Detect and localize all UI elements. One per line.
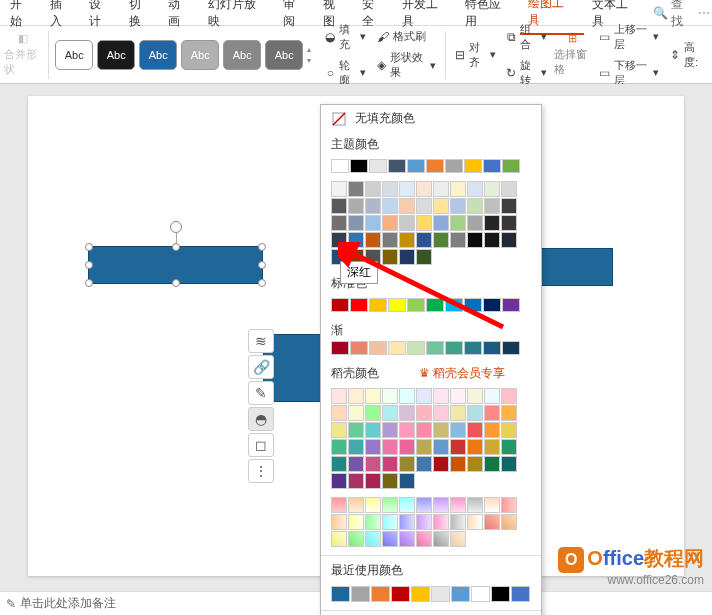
color-swatch[interactable] — [350, 159, 368, 173]
shape-style-gallery[interactable]: Abc Abc Abc Abc Abc Abc — [55, 40, 303, 70]
color-swatch[interactable] — [331, 298, 349, 312]
color-swatch[interactable] — [350, 341, 368, 355]
color-swatch[interactable] — [483, 298, 501, 312]
color-swatch[interactable] — [369, 298, 387, 312]
color-swatch[interactable] — [331, 586, 350, 602]
color-swatch[interactable] — [416, 497, 432, 513]
color-swatch[interactable] — [416, 215, 432, 231]
style-preset-4[interactable]: Abc — [181, 40, 219, 70]
color-swatch[interactable] — [348, 405, 364, 421]
color-swatch[interactable] — [399, 473, 415, 489]
tab-home[interactable]: 开始 — [2, 0, 42, 34]
format-painter-button[interactable]: 🖌格式刷 — [373, 27, 439, 46]
color-swatch[interactable] — [399, 181, 415, 197]
color-swatch[interactable] — [348, 422, 364, 438]
bring-forward-button[interactable]: ▭上移一层▾ — [596, 20, 662, 54]
notes-placeholder[interactable]: 单击此处添加备注 — [20, 595, 116, 612]
selection-pane-button[interactable]: ⊞ 选择窗格 — [554, 32, 592, 77]
color-swatch[interactable] — [382, 249, 398, 265]
color-swatch[interactable] — [471, 586, 490, 602]
color-swatch[interactable] — [365, 198, 381, 214]
color-swatch[interactable] — [348, 215, 364, 231]
color-swatch[interactable] — [467, 181, 483, 197]
tab-design[interactable]: 设计 — [81, 0, 121, 34]
color-swatch[interactable] — [433, 514, 449, 530]
color-swatch[interactable] — [450, 514, 466, 530]
fill-tool[interactable]: ◓ — [248, 407, 274, 431]
color-swatch[interactable] — [433, 531, 449, 547]
color-swatch[interactable] — [467, 232, 483, 248]
color-swatch[interactable] — [399, 198, 415, 214]
color-swatch[interactable] — [399, 531, 415, 547]
color-swatch[interactable] — [365, 215, 381, 231]
color-swatch[interactable] — [483, 159, 501, 173]
color-swatch[interactable] — [467, 405, 483, 421]
color-swatch[interactable] — [467, 215, 483, 231]
color-swatch[interactable] — [365, 497, 381, 513]
color-swatch[interactable] — [450, 497, 466, 513]
color-swatch[interactable] — [388, 298, 406, 312]
color-swatch[interactable] — [416, 514, 432, 530]
color-swatch[interactable] — [467, 198, 483, 214]
no-fill-item[interactable]: 无填充颜色 — [321, 105, 541, 132]
color-swatch[interactable] — [365, 456, 381, 472]
color-swatch[interactable] — [399, 422, 415, 438]
color-swatch[interactable] — [399, 249, 415, 265]
color-swatch[interactable] — [484, 497, 500, 513]
height-field[interactable]: ⇕高度: — [666, 38, 708, 72]
color-swatch[interactable] — [416, 249, 432, 265]
color-swatch[interactable] — [350, 298, 368, 312]
color-swatch[interactable] — [399, 388, 415, 404]
color-swatch[interactable] — [416, 388, 432, 404]
resize-handle-se[interactable] — [258, 279, 266, 287]
color-swatch[interactable] — [399, 514, 415, 530]
color-swatch[interactable] — [331, 514, 347, 530]
fill-button[interactable]: ◒填充▾ — [322, 20, 369, 54]
color-swatch[interactable] — [433, 181, 449, 197]
color-swatch[interactable] — [450, 181, 466, 197]
style-preset-6[interactable]: Abc — [265, 40, 303, 70]
color-swatch[interactable] — [382, 388, 398, 404]
color-swatch[interactable] — [467, 388, 483, 404]
color-swatch[interactable] — [348, 181, 364, 197]
tab-slideshow[interactable]: 幻灯片放映 — [200, 0, 275, 34]
color-swatch[interactable] — [501, 181, 517, 197]
color-swatch[interactable] — [450, 422, 466, 438]
color-swatch[interactable] — [502, 341, 520, 355]
color-swatch[interactable] — [399, 439, 415, 455]
color-swatch[interactable] — [501, 439, 517, 455]
color-swatch[interactable] — [365, 388, 381, 404]
resize-handle-n[interactable] — [172, 243, 180, 251]
color-swatch[interactable] — [451, 586, 470, 602]
color-swatch[interactable] — [365, 181, 381, 197]
color-swatch[interactable] — [348, 497, 364, 513]
color-swatch[interactable] — [450, 439, 466, 455]
color-swatch[interactable] — [399, 405, 415, 421]
rotation-handle[interactable] — [170, 221, 182, 233]
resize-handle-e[interactable] — [258, 261, 266, 269]
color-swatch[interactable] — [431, 586, 450, 602]
color-swatch[interactable] — [416, 422, 432, 438]
color-swatch[interactable] — [445, 341, 463, 355]
color-swatch[interactable] — [331, 341, 349, 355]
color-swatch[interactable] — [331, 531, 347, 547]
color-swatch[interactable] — [450, 215, 466, 231]
color-swatch[interactable] — [369, 341, 387, 355]
color-swatch[interactable] — [416, 439, 432, 455]
tab-transition[interactable]: 切换 — [121, 0, 161, 34]
color-swatch[interactable] — [407, 341, 425, 355]
color-swatch[interactable] — [445, 298, 463, 312]
color-swatch[interactable] — [388, 341, 406, 355]
color-swatch[interactable] — [484, 232, 500, 248]
color-swatch[interactable] — [399, 232, 415, 248]
color-swatch[interactable] — [467, 456, 483, 472]
color-swatch[interactable] — [484, 388, 500, 404]
color-swatch[interactable] — [467, 514, 483, 530]
resize-handle-ne[interactable] — [258, 243, 266, 251]
color-swatch[interactable] — [502, 159, 520, 173]
color-swatch[interactable] — [331, 198, 347, 214]
selected-shape[interactable] — [88, 246, 263, 284]
color-swatch[interactable] — [416, 456, 432, 472]
color-swatch[interactable] — [416, 531, 432, 547]
color-swatch[interactable] — [501, 198, 517, 214]
